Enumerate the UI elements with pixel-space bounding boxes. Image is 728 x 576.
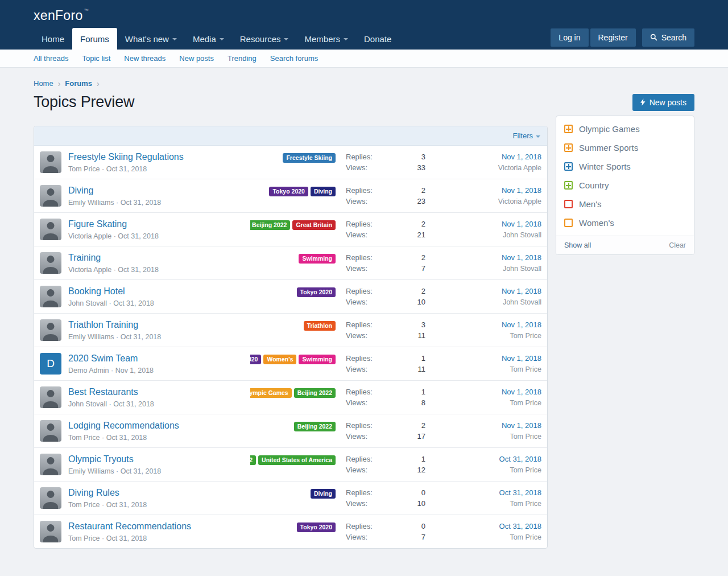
avatar[interactable] — [40, 487, 61, 509]
tag-swimming[interactable]: Swimming — [299, 254, 336, 264]
sidebar-filter-winter-sports[interactable]: Winter Sports — [556, 157, 694, 176]
tag-tokyo-2020[interactable]: Tokyo 2020 — [269, 187, 308, 196]
subnav-trending[interactable]: Trending — [228, 54, 257, 63]
tag-swimming[interactable]: Swimming — [299, 355, 336, 364]
sidebar-filter-olympic-games[interactable]: Olympic Games — [556, 120, 694, 138]
thread-row: Lodging Recommendations Tom Price · Oct … — [34, 414, 547, 447]
avatar[interactable] — [40, 521, 61, 542]
tag-freestyle-skiing[interactable]: Freestyle Skiing — [283, 153, 336, 163]
nav-donate[interactable]: Donate — [356, 28, 399, 50]
chevron-down-icon — [344, 38, 348, 40]
subnav-search-forums[interactable]: Search forums — [270, 54, 318, 63]
thread-title-link[interactable]: Booking Hotel — [68, 286, 250, 297]
login-button[interactable]: Log in — [551, 28, 588, 47]
last-post-date-link[interactable]: Nov 1, 2018 — [435, 420, 541, 431]
last-poster: John Stovall — [435, 298, 541, 306]
avatar[interactable] — [40, 151, 61, 173]
last-post-date-link[interactable]: Oct 31, 2018 — [435, 521, 541, 532]
sidebar-filter-mens[interactable]: Men's — [556, 195, 694, 213]
last-post-date-link[interactable]: Oct 31, 2018 — [435, 487, 541, 498]
clear-link[interactable]: Clear — [669, 241, 686, 249]
thread-tags: Tokyo 2020 — [250, 287, 336, 297]
tag-beijing-2022[interactable]: Beijing 2022 — [250, 455, 256, 465]
sidebar-filter-label: Winter Sports — [579, 162, 631, 171]
subnav-all-threads[interactable]: All threads — [34, 54, 68, 63]
last-poster: Tom Price — [435, 533, 541, 541]
tag-womens[interactable]: Women's — [263, 355, 296, 364]
show-all-link[interactable]: Show all — [564, 241, 591, 249]
nav-home[interactable]: Home — [34, 28, 72, 50]
sidebar-filter-summer-sports[interactable]: Summer Sports — [556, 138, 694, 157]
filters-menu-button[interactable]: Filters — [513, 131, 540, 140]
sidebar-filter-country[interactable]: Country — [556, 176, 694, 195]
subnav-new-threads[interactable]: New threads — [124, 54, 166, 63]
nav-forums[interactable]: Forums — [72, 28, 117, 50]
nav-media[interactable]: Media — [185, 28, 232, 50]
register-button[interactable]: Register — [590, 28, 636, 47]
tag-olympic-games[interactable]: Olympic Games — [250, 388, 292, 398]
avatar[interactable]: D — [40, 353, 61, 375]
last-post-date-link[interactable]: Nov 1, 2018 — [435, 286, 541, 297]
tag-beijing-2022[interactable]: Beijing 2022 — [294, 388, 336, 398]
last-post-date-link[interactable]: Nov 1, 2018 — [435, 219, 541, 229]
tag-beijing-2022[interactable]: Beijing 2022 — [294, 422, 336, 431]
breadcrumb-forums[interactable]: Forums — [65, 79, 92, 88]
tag-tokyo-2020[interactable]: Tokyo 2020 — [297, 522, 336, 532]
thread-title-link[interactable]: Freestyle Skiing Regulations — [68, 151, 250, 163]
xenforo-logo[interactable]: xenForo — [34, 8, 82, 23]
last-poster: Tom Price — [435, 466, 541, 474]
thread-title-link[interactable]: Diving Rules — [68, 487, 250, 499]
last-post-date-link[interactable]: Oct 31, 2018 — [435, 454, 541, 464]
avatar[interactable] — [40, 252, 61, 274]
nav-members[interactable]: Members — [296, 28, 356, 50]
avatar[interactable] — [40, 185, 61, 207]
thread-title-link[interactable]: Training — [68, 252, 250, 264]
tag-great-britain[interactable]: Great Britain — [292, 220, 336, 230]
tag-tokyo-2020[interactable]: Tokyo 2020 — [250, 355, 261, 364]
views-label: Views: — [346, 397, 379, 408]
avatar[interactable] — [40, 319, 61, 341]
avatar[interactable] — [40, 219, 61, 240]
stats-values: 2 21 — [386, 219, 425, 240]
subnav-new-posts[interactable]: New posts — [179, 54, 214, 63]
nav-whats-new[interactable]: What's new — [117, 28, 185, 50]
avatar[interactable] — [40, 386, 61, 408]
last-post-date-link[interactable]: Nov 1, 2018 — [435, 252, 541, 263]
thread-title-link[interactable]: Olympic Tryouts — [68, 454, 250, 465]
views-count: 23 — [386, 196, 425, 207]
tag-diving[interactable]: Diving — [311, 489, 336, 499]
replies-label: Replies: — [346, 420, 379, 431]
thread-title-link[interactable]: Figure Skating — [68, 219, 250, 230]
last-post-meta: Nov 1, 2018 John Stovall — [435, 286, 541, 306]
tag-diving[interactable]: Diving — [311, 187, 336, 196]
thread-title-link[interactable]: Restaurant Recommendations — [68, 521, 250, 532]
tag-beijing-2022[interactable]: Beijing 2022 — [250, 220, 290, 230]
avatar[interactable] — [40, 454, 61, 475]
avatar[interactable] — [40, 420, 61, 442]
stats-labels: Replies: Views: — [346, 454, 379, 475]
last-post-date-link[interactable]: Nov 1, 2018 — [435, 386, 541, 397]
tag-tokyo-2020[interactable]: Tokyo 2020 — [297, 287, 336, 297]
tag-triathlon[interactable]: Triathlon — [304, 321, 336, 331]
header-actions: Log in Register Search — [551, 28, 694, 50]
sidebar-filter-womens[interactable]: Women's — [556, 213, 694, 232]
stats-values: 2 10 — [386, 286, 425, 307]
last-post-date-link[interactable]: Nov 1, 2018 — [435, 151, 541, 162]
last-post-date-link[interactable]: Nov 1, 2018 — [435, 185, 541, 196]
nav-resources[interactable]: Resources — [232, 28, 297, 50]
thread-title-link[interactable]: Diving — [68, 185, 250, 196]
thread-title-link[interactable]: Lodging Recommendations — [68, 420, 250, 431]
last-post-date-link[interactable]: Nov 1, 2018 — [435, 353, 541, 364]
avatar[interactable] — [40, 286, 61, 307]
breadcrumb-home[interactable]: Home — [34, 79, 53, 88]
thread-title-link[interactable]: Triathlon Training — [68, 319, 250, 331]
replies-count: 3 — [386, 151, 425, 162]
subnav-topic-list[interactable]: Topic list — [82, 54, 110, 63]
new-posts-button[interactable]: New posts — [632, 94, 694, 111]
search-button[interactable]: Search — [642, 28, 694, 47]
last-post-date-link[interactable]: Nov 1, 2018 — [435, 319, 541, 330]
thread-title-link[interactable]: 2020 Swim Team — [68, 353, 250, 364]
thread-title-link[interactable]: Best Restaurants — [68, 386, 250, 398]
thread-row: Best Restaurants John Stovall · Oct 31, … — [34, 380, 547, 414]
tag-united-states[interactable]: United States of America — [258, 455, 336, 465]
